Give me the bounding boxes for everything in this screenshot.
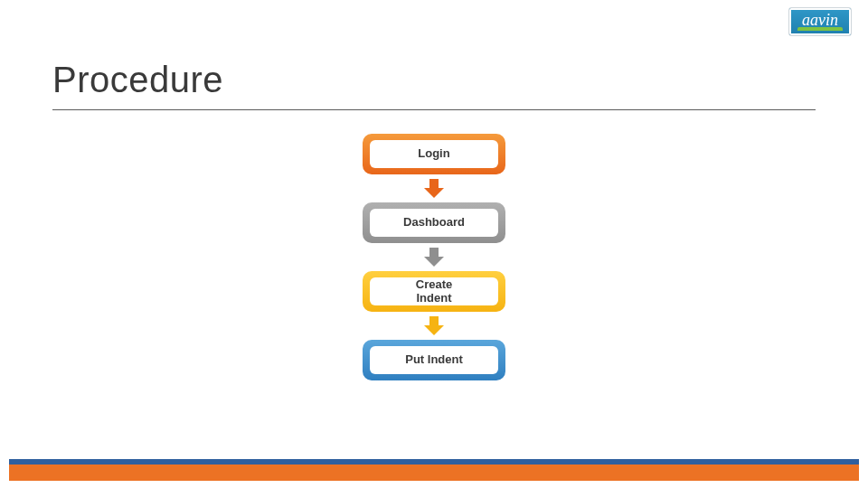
brand-logo-text: aavin (802, 14, 838, 26)
flow-step-login: Login (363, 134, 505, 174)
flow-step-put-indent: Put Indent (363, 340, 505, 380)
flow-step-label: Put Indent (370, 346, 498, 374)
footer-bar-orange (9, 465, 859, 481)
flow-step-create-indent: Create Indent (363, 271, 505, 312)
flow-step-dashboard: Dashboard (363, 202, 505, 243)
flow-step-label: Dashboard (370, 209, 498, 237)
flow-step-label: Login (370, 140, 498, 168)
brand-logo: aavin (788, 7, 852, 36)
title-underline (52, 109, 816, 110)
arrow-down-icon (424, 316, 444, 335)
procedure-flow: Login Dashboard Create Indent Put Indent (363, 134, 505, 380)
flow-step-label: Create Indent (370, 277, 498, 305)
brand-logo-wave (797, 27, 843, 31)
page-title: Procedure (52, 60, 223, 100)
arrow-down-icon (424, 248, 444, 267)
arrow-down-icon (424, 179, 444, 198)
